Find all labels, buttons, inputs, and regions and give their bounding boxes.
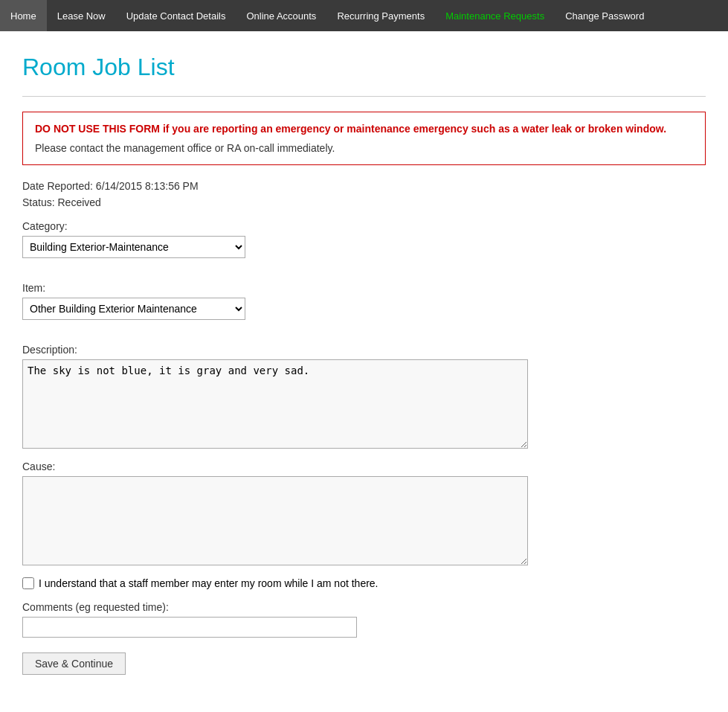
nav-maintenance-requests[interactable]: Maintenance Requests xyxy=(435,0,555,31)
nav-online-accounts[interactable]: Online Accounts xyxy=(236,0,326,31)
main-content: Room Job List DO NOT USE THIS FORM if yo… xyxy=(0,31,728,712)
nav-lease-now[interactable]: Lease Now xyxy=(47,0,116,31)
category-select[interactable]: Building Exterior-Maintenance Plumbing E… xyxy=(22,236,245,258)
description-label: Description: xyxy=(22,344,706,356)
description-textarea[interactable]: The sky is not blue, it is gray and very… xyxy=(22,359,528,449)
warning-bold-text: DO NOT USE THIS FORM if you are reportin… xyxy=(35,123,693,135)
category-section: Category: Building Exterior-Maintenance … xyxy=(22,220,706,270)
cause-section: Cause: xyxy=(22,461,706,565)
nav-update-contact[interactable]: Update Contact Details xyxy=(116,0,236,31)
status-value: Received xyxy=(57,196,100,208)
date-reported-label: Date Reported: xyxy=(22,180,93,192)
nav-home[interactable]: Home xyxy=(0,0,47,31)
room-entry-checkbox[interactable] xyxy=(22,577,34,589)
item-select[interactable]: Other Building Exterior Maintenance Roof… xyxy=(22,298,245,320)
status-label: Status: xyxy=(22,196,55,208)
date-reported-row: Date Reported: 6/14/2015 8:13:56 PM xyxy=(22,180,706,192)
description-section: Description: The sky is not blue, it is … xyxy=(22,344,706,449)
title-divider xyxy=(22,96,706,97)
category-label: Category: xyxy=(22,220,706,232)
main-nav: Home Lease Now Update Contact Details On… xyxy=(0,0,728,31)
room-entry-checkbox-row: I understand that a staff member may ent… xyxy=(22,577,706,589)
warning-normal-text: Please contact the management office or … xyxy=(35,142,693,154)
item-label: Item: xyxy=(22,282,706,294)
comments-input[interactable] xyxy=(22,617,357,638)
save-continue-button[interactable]: Save & Continue xyxy=(22,652,126,675)
room-entry-label: I understand that a staff member may ent… xyxy=(39,577,379,589)
page-title: Room Job List xyxy=(22,54,706,81)
cause-label: Cause: xyxy=(22,461,706,472)
status-row: Status: Received xyxy=(22,196,706,208)
item-section: Item: Other Building Exterior Maintenanc… xyxy=(22,282,706,332)
nav-recurring-payments[interactable]: Recurring Payments xyxy=(326,0,435,31)
comments-section: Comments (eg requested time): xyxy=(22,601,706,638)
nav-change-password[interactable]: Change Password xyxy=(555,0,654,31)
warning-box: DO NOT USE THIS FORM if you are reportin… xyxy=(22,112,706,165)
comments-label: Comments (eg requested time): xyxy=(22,601,706,613)
cause-textarea[interactable] xyxy=(22,476,528,565)
date-reported-value: 6/14/2015 8:13:56 PM xyxy=(96,180,199,192)
